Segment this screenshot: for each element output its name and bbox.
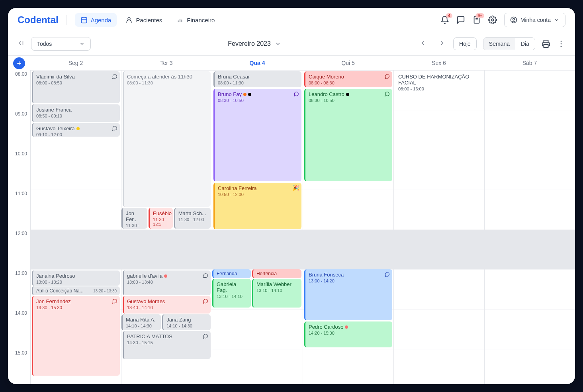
event-title: Janaina Pedroso	[36, 273, 117, 279]
calendar-event[interactable]: Jana Zang14:10 - 14:30	[162, 314, 211, 330]
calendar-event[interactable]: Marília Webber13:10 - 14:10	[252, 279, 301, 308]
event-time: 08:00 - 08:50	[36, 80, 117, 85]
hour-slot	[394, 270, 484, 310]
event-time: 11:30 - 12:3	[126, 223, 144, 229]
chevron-down-icon	[275, 41, 281, 47]
notifications-button[interactable]: 4	[440, 16, 449, 24]
event-time: 11:30 - 12:00	[178, 217, 207, 222]
event-title: Bruna Fonseca	[309, 272, 389, 278]
event-title: Pedro Cardoso	[309, 324, 389, 330]
calendar-event[interactable]: Gustavo Teixeira09:10 - 12:00	[32, 123, 120, 137]
chat-icon	[293, 91, 299, 97]
calendar-event[interactable]: Pedro Cardoso14:20 - 15:00	[304, 321, 392, 347]
filter-select[interactable]: Todos	[31, 37, 91, 51]
collapse-sidebar-button[interactable]	[18, 39, 25, 48]
collapse-icon	[18, 39, 25, 47]
calendar-event[interactable]: Jon Fernández13:30 - 15:30	[32, 296, 120, 376]
time-labels: 08:0009:0010:0011:0012:0013:0014:0015:00	[8, 71, 30, 384]
event-time: 08:30 - 10:50	[309, 98, 389, 103]
calendar-event[interactable]: Jon Fer..11:30 - 12:3	[121, 208, 147, 229]
event-time: 13:00 - 13:40	[127, 280, 207, 284]
more-button[interactable]	[557, 39, 565, 48]
app-window: Codental Agenda Pacientes Financeiro 4	[8, 8, 575, 384]
calendar-event[interactable]: Gustavo Moraes13:40 - 14:10	[123, 296, 211, 314]
month-picker[interactable]: Fevereiro 2023	[97, 40, 412, 47]
print-button[interactable]	[542, 39, 550, 48]
day-header[interactable]: Sáb 7	[484, 56, 575, 70]
settings-button[interactable]	[488, 16, 497, 24]
calendar-event[interactable]: Hortência	[252, 269, 301, 278]
next-week-button[interactable]	[437, 38, 447, 49]
view-day-button[interactable]: Dia	[515, 38, 535, 50]
calendar-event[interactable]: Josiane Franca08:50 - 09:10	[32, 104, 120, 122]
event-time: 14:30 - 15:15	[127, 340, 207, 345]
nav-pacientes[interactable]: Pacientes	[120, 13, 168, 27]
calendar-event[interactable]: PATRICIA MATTOS14:30 - 15:15	[123, 331, 211, 359]
hour-slot	[485, 110, 575, 150]
event-title: Marta Sch...	[178, 210, 207, 216]
event-title: Leandro Castro	[309, 91, 389, 97]
account-button[interactable]: Minha conta	[504, 13, 565, 27]
hour-slot	[31, 190, 121, 230]
day-header[interactable]: Sex 6	[393, 56, 484, 70]
time-label: 12:00	[8, 230, 30, 270]
time-label: 11:00	[8, 190, 30, 230]
calendar-event[interactable]: Caique Moreno08:00 - 08:30	[304, 71, 392, 87]
view-week-button[interactable]: Semana	[483, 38, 515, 50]
calendar-event[interactable]: Leandro Castro08:30 - 10:50	[304, 89, 392, 181]
calendar-event[interactable]: CURSO DE HARMONIZAÇÃO FACIAL08:00 - 16:0…	[395, 71, 483, 94]
calendar-event[interactable]: gabrielle d'avila13:00 - 13:40	[123, 270, 211, 295]
day-header[interactable]: Qua 4	[212, 56, 303, 70]
day-column[interactable]: Começa a atender às 11h3008:00 - 11:30Jo…	[121, 71, 212, 384]
day-column[interactable]: Vladimir da Silva08:00 - 08:50Josiane Fr…	[30, 71, 121, 384]
event-time: 08:00 - 16:00	[398, 86, 480, 91]
event-time: 13:10 - 14:10	[256, 288, 298, 293]
calendar-event[interactable]: Carolina Ferreira10:50 - 12:00🎉	[213, 183, 301, 229]
gear-icon	[488, 16, 497, 24]
day-column[interactable]: Caique Moreno08:00 - 08:30Leandro Castro…	[303, 71, 393, 384]
messages-button[interactable]	[456, 16, 465, 24]
calendar-event[interactable]: Bruna Fonseca13:00 - 14:20	[304, 269, 392, 320]
nav-agenda[interactable]: Agenda	[75, 13, 117, 27]
prev-week-button[interactable]	[418, 38, 428, 49]
tasks-button[interactable]: 9+	[472, 16, 481, 24]
calendar-event[interactable]: Maria Rita A.14:10 - 14:30	[121, 314, 161, 330]
calendar-event[interactable]: Janaina Pedroso13:00 - 13:20	[32, 270, 120, 286]
hour-slot	[485, 190, 575, 230]
day-header[interactable]: Qui 5	[303, 56, 393, 70]
calendar-event[interactable]: Abílio Conceição Na...13:20 - 13:30	[32, 286, 120, 295]
calendar-event[interactable]: Bruna Ceasar08:00 - 11:30	[213, 71, 301, 87]
event-time: 14:10 - 14:30	[166, 323, 207, 328]
time-label: 13:00	[8, 270, 30, 310]
day-column[interactable]	[484, 71, 575, 384]
event-title: Gabriela Fag.	[217, 281, 248, 293]
hour-slot	[31, 230, 121, 270]
tasks-badge: 9+	[475, 13, 484, 18]
nav-financeiro[interactable]: Financeiro	[171, 13, 220, 27]
day-column[interactable]: Bruna Ceasar08:00 - 11:30Bruno Fay08:30 …	[212, 71, 303, 384]
event-time: 08:00 - 08:30	[309, 80, 389, 85]
event-time: 10:50 - 12:00	[218, 192, 298, 197]
today-button[interactable]: Hoje	[453, 37, 477, 50]
new-event-button[interactable]	[13, 57, 25, 69]
event-title: Gustavo Moraes	[127, 298, 207, 304]
calendar-event[interactable]: Vladimir da Silva08:00 - 08:50	[32, 71, 120, 103]
calendar-event[interactable]: Começa a atender às 11h3008:00 - 11:30	[123, 71, 211, 207]
svg-point-18	[561, 46, 562, 47]
day-column[interactable]: CURSO DE HARMONIZAÇÃO FACIAL08:00 - 16:0…	[393, 71, 484, 384]
calendar-event[interactable]: Fernanda	[212, 269, 251, 278]
day-header[interactable]: Ter 3	[121, 56, 212, 70]
chat-icon	[112, 298, 117, 304]
event-time: 13:20 - 13:30	[93, 289, 117, 293]
svg-point-11	[491, 19, 494, 21]
calendar-event[interactable]: Marta Sch...11:30 - 12:00	[174, 208, 211, 229]
hour-slot	[212, 310, 303, 349]
calendar-event[interactable]: Eusébio11:30 - 12:3	[149, 208, 173, 229]
calendar-event[interactable]: Gabriela Fag.13:10 - 14:10	[212, 279, 251, 308]
calendar-event[interactable]: Bruno Fay08:30 - 10:50	[213, 89, 301, 181]
day-header[interactable]: Seg 2	[30, 56, 121, 70]
days-grid[interactable]: Vladimir da Silva08:00 - 08:50Josiane Fr…	[30, 71, 575, 384]
print-icon	[542, 39, 550, 48]
account-label: Minha conta	[520, 17, 551, 23]
chat-icon	[384, 74, 390, 79]
